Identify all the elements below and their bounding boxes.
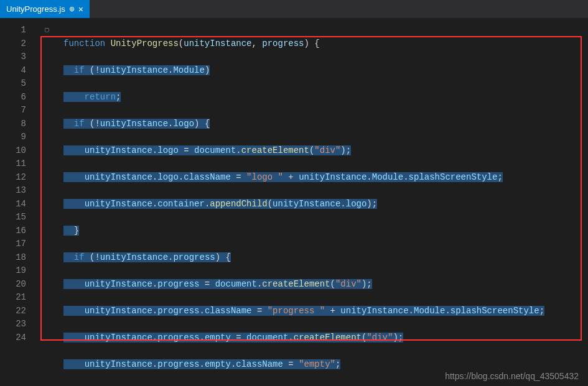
editor[interactable]: 1 2 3 4 5 6 7 8 9 10 11 12 13 14 15 16 1… — [0, 19, 588, 386]
code-line: if (!unityInstance.progress) { — [37, 251, 588, 265]
line-number: 11 — [0, 157, 26, 171]
file-tab[interactable]: UnityProgress.js ⊕ × — [0, 0, 90, 18]
line-number: 4 — [0, 64, 26, 78]
watermark: https://blog.csdn.net/qq_43505432 — [445, 371, 579, 381]
line-number: 21 — [0, 291, 26, 305]
close-icon[interactable]: × — [78, 4, 83, 14]
line-number: 6 — [0, 91, 26, 104]
line-number: 8 — [0, 117, 26, 131]
line-number-gutter: 1 2 3 4 5 6 7 8 9 10 11 12 13 14 15 16 1… — [0, 19, 37, 386]
code-content[interactable]: function UnityProgress(unityInstance, pr… — [37, 19, 588, 386]
line-number: 2 — [0, 37, 26, 51]
line-number: 20 — [0, 278, 26, 292]
code-line: unityInstance.container.appendChild(unit… — [37, 198, 588, 211]
line-number: 17 — [0, 237, 26, 251]
line-number: 1 — [0, 24, 26, 37]
line-number: 19 — [0, 264, 26, 278]
line-number: 7 — [0, 104, 26, 117]
line-number: 22 — [0, 305, 26, 318]
code-line: unityInstance.progress.className = "prog… — [37, 305, 588, 318]
code-line: unityInstance.logo.className = "logo " +… — [37, 171, 588, 185]
line-number: 16 — [0, 224, 26, 238]
code-line: if (!unityInstance.logo) { — [37, 117, 588, 131]
line-number: 18 — [0, 251, 26, 265]
tab-filename: UnityProgress.js — [6, 4, 65, 14]
code-line: if (!unityInstance.Module) — [37, 64, 588, 78]
tab-bar: UnityProgress.js ⊕ × — [0, 0, 588, 19]
code-line: unityInstance.progress.empty.className =… — [37, 358, 588, 372]
code-line: } — [37, 224, 588, 238]
line-number: 14 — [0, 198, 26, 211]
line-number: 24 — [0, 331, 26, 345]
pin-icon[interactable]: ⊕ — [69, 5, 75, 13]
code-line: unityInstance.progress = document.create… — [37, 278, 588, 292]
code-line: unityInstance.progress.empty = document.… — [37, 331, 588, 345]
line-number: 10 — [0, 144, 26, 158]
line-number: 5 — [0, 77, 26, 91]
code-line: return; — [37, 91, 588, 104]
code-line: unityInstance.logo = document.createElem… — [37, 144, 588, 158]
code-line: function UnityProgress(unityInstance, pr… — [37, 37, 588, 51]
line-number: 15 — [0, 211, 26, 224]
line-number: 12 — [0, 171, 26, 185]
line-number: 9 — [0, 131, 26, 144]
line-number: 3 — [0, 50, 26, 64]
line-number: 23 — [0, 318, 26, 331]
line-number: 13 — [0, 184, 26, 198]
